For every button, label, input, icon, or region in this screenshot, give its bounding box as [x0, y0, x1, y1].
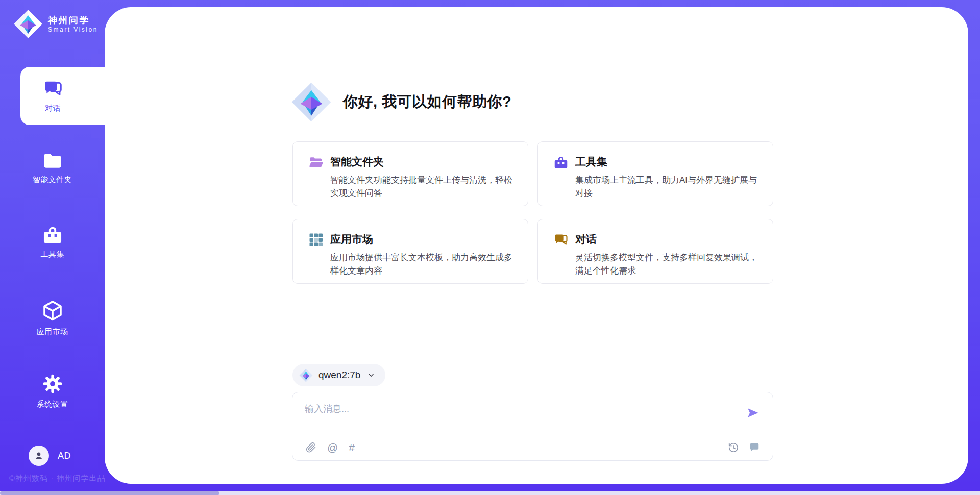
sidebar-item-settings[interactable]: 系统设置 [0, 373, 105, 409]
chat-bubbles-icon [553, 232, 569, 247]
model-diamond-icon [299, 368, 313, 382]
person-icon [33, 450, 44, 461]
copyright-footer: ©神州数码 · 神州问学出品 [9, 474, 105, 483]
card-title: 应用市场 [330, 232, 513, 246]
card-toolset[interactable]: 工具集 集成市场上主流工具，助力AI与外界无缝扩展与对接 [537, 141, 773, 206]
sidebar-item-label: 对话 [45, 104, 61, 113]
scrollbar-thumb[interactable] [0, 491, 219, 495]
card-title: 工具集 [575, 155, 758, 169]
sidebar-item-label: 工具集 [40, 250, 64, 259]
sidebar-item-chat-active[interactable]: 对话 [20, 67, 105, 125]
card-chat[interactable]: 对话 灵活切换多模型文件，支持多样回复效果调试，满足个性化需求 [537, 219, 773, 284]
history-icon[interactable] [728, 442, 739, 453]
card-description: 智能文件夹功能支持批量文件上传与清洗，轻松实现文件问答 [330, 174, 520, 201]
send-icon[interactable] [746, 406, 760, 420]
brand-name: 神州问学 [48, 15, 98, 27]
card-description: 应用市场提供丰富长文本模板，助力高效生成多样化文章内容 [330, 251, 520, 278]
brand-subtitle: Smart Vision [48, 26, 98, 33]
card-app-market[interactable]: 应用市场 应用市场提供丰富长文本模板，助力高效生成多样化文章内容 [292, 219, 528, 284]
user-account[interactable]: AD [29, 445, 71, 466]
paperclip-icon[interactable] [305, 442, 316, 453]
card-description: 集成市场上主流工具，助力AI与外界无缝扩展与对接 [575, 174, 765, 201]
brand-diamond-icon [13, 9, 43, 39]
message-composer: @ # [292, 392, 773, 461]
folder-icon [42, 151, 63, 170]
sidebar-item-toolset[interactable]: 工具集 [0, 225, 105, 259]
chevron-down-icon [367, 371, 375, 379]
toolbox-icon [42, 225, 63, 245]
sidebar-item-smart-folder[interactable]: 智能文件夹 [0, 151, 105, 185]
toolbox-icon [553, 155, 569, 170]
greeting-header: 你好, 我可以如何帮助你? [291, 82, 511, 122]
card-title: 智能文件夹 [330, 155, 513, 169]
feature-cards: 智能文件夹 智能文件夹功能支持批量文件上传与清洗，轻松实现文件问答 工具集 集成… [292, 141, 773, 284]
assistant-diamond-icon [291, 82, 332, 122]
sidebar-item-app-market[interactable]: 应用市场 [0, 299, 105, 337]
app-grid-icon [308, 232, 324, 247]
card-smart-folder[interactable]: 智能文件夹 智能文件夹功能支持批量文件上传与清洗，轻松实现文件问答 [292, 141, 528, 206]
avatar [29, 445, 49, 466]
model-selector[interactable]: qwen2:7b [292, 364, 385, 386]
message-input[interactable] [305, 399, 744, 419]
sidebar-item-label: 智能文件夹 [33, 175, 72, 185]
greeting-text: 你好, 我可以如何帮助你? [343, 92, 511, 112]
card-description: 灵活切换多模型文件，支持多样回复效果调试，满足个性化需求 [575, 251, 765, 278]
chat-bubbles-icon [43, 79, 63, 99]
gear-icon [41, 373, 64, 395]
sidebar-item-label: 应用市场 [37, 327, 68, 337]
user-initials: AD [58, 451, 71, 461]
composer-divider [303, 433, 763, 433]
cube-icon [41, 299, 64, 323]
mention-icon[interactable]: @ [327, 442, 338, 453]
sidebar-item-label: 系统设置 [37, 400, 68, 409]
topic-icon[interactable]: # [349, 442, 355, 453]
chat-bubble-icon[interactable] [749, 442, 760, 453]
model-name: qwen2:7b [318, 369, 360, 381]
card-title: 对话 [575, 232, 758, 246]
folder-open-icon [308, 155, 324, 170]
horizontal-scrollbar[interactable] [0, 491, 980, 495]
brand-logo: 神州问学 Smart Vision [13, 9, 98, 39]
